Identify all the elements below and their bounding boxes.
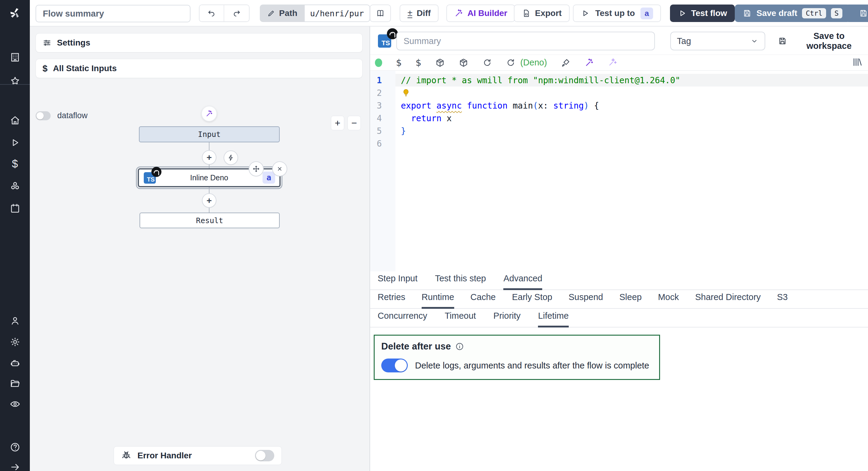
- tab-shared-directory[interactable]: Shared Directory: [695, 292, 761, 309]
- add-step-above-button[interactable]: +: [202, 150, 216, 165]
- sidebar-star-icon[interactable]: [0, 72, 30, 90]
- sidebar-dollar-icon[interactable]: $: [0, 155, 30, 173]
- refresh-icon[interactable]: [506, 58, 516, 67]
- sidebar-folder-icon[interactable]: [0, 375, 30, 392]
- all-static-inputs-button[interactable]: $ All Static Inputs: [36, 59, 363, 78]
- sidebar-home-icon[interactable]: [0, 111, 30, 129]
- save-to-workspace-label: Save to workspace: [792, 31, 866, 51]
- tab-test-this-step[interactable]: Test this step: [435, 273, 486, 290]
- tab-priority[interactable]: Priority: [493, 311, 521, 327]
- sidebar-building-icon[interactable]: [0, 48, 30, 66]
- code-line-1[interactable]: 1// import * as wmill from "npm:windmill…: [370, 74, 868, 87]
- step-summary-input[interactable]: [396, 32, 655, 50]
- code-line-content: [396, 137, 868, 150]
- sidebar-eye-icon[interactable]: [0, 395, 30, 413]
- ai-flow-wand-button[interactable]: [201, 106, 217, 121]
- undo-button[interactable]: [199, 5, 224, 22]
- refresh-icon[interactable]: [482, 58, 492, 67]
- zoom-in-button[interactable]: +: [331, 116, 344, 130]
- tab-lifetime[interactable]: Lifetime: [538, 311, 569, 327]
- tag-select-value: Tag: [677, 36, 691, 46]
- tab-runtime[interactable]: Runtime: [422, 292, 454, 309]
- tab-early-stop[interactable]: Early Stop: [512, 292, 553, 309]
- code-line-2[interactable]: 2: [370, 87, 868, 99]
- tab-advanced[interactable]: Advanced: [503, 273, 542, 290]
- delete-step-button[interactable]: [272, 161, 287, 176]
- dollar-icon[interactable]: $: [415, 57, 421, 68]
- step-id-badge: a: [641, 7, 653, 19]
- tab-s3[interactable]: S3: [777, 292, 787, 309]
- delete-after-use-toggle[interactable]: [381, 358, 408, 373]
- redo-button[interactable]: [224, 5, 249, 22]
- trigger-bolt-button[interactable]: [224, 150, 238, 165]
- docs-button[interactable]: [370, 4, 391, 22]
- delete-after-use-description: Delete logs, arguments and results after…: [415, 361, 649, 371]
- code-line-4[interactable]: 4 return x: [370, 112, 868, 124]
- export-button[interactable]: Export: [514, 4, 569, 22]
- info-icon[interactable]: [455, 342, 464, 351]
- sidebar-calendar-icon[interactable]: [0, 199, 30, 217]
- zoom-out-button[interactable]: −: [347, 116, 361, 130]
- flow-node-input[interactable]: Input: [139, 126, 280, 142]
- flow-node-input-label: Input: [198, 130, 221, 139]
- tab-concurrency[interactable]: Concurrency: [378, 311, 427, 327]
- library-panel-icon[interactable]: [852, 57, 863, 69]
- tab-suspend[interactable]: Suspend: [568, 292, 603, 309]
- tab-sleep[interactable]: Sleep: [619, 292, 642, 309]
- flow-settings-button[interactable]: Settings: [36, 33, 363, 53]
- play-icon: [581, 9, 590, 18]
- error-handler-toggle[interactable]: [255, 450, 274, 461]
- top-bar: Path u/henri/pur ± Diff AI Builder Expor…: [0, 0, 868, 27]
- code-line-6[interactable]: 6: [370, 137, 868, 150]
- tab-cache[interactable]: Cache: [470, 292, 496, 309]
- sidebar-gear-icon[interactable]: [0, 333, 30, 351]
- sidebar-robot-icon[interactable]: [0, 354, 30, 372]
- path-button[interactable]: Path: [260, 4, 305, 22]
- add-step-below-button[interactable]: +: [202, 193, 216, 208]
- lightbulb-icon[interactable]: [401, 88, 410, 97]
- move-step-button[interactable]: [249, 161, 264, 176]
- delete-after-use-panel: Delete after use Delete logs, arguments …: [374, 335, 660, 380]
- save-to-workspace-button[interactable]: Save to workspace: [776, 32, 868, 50]
- wand-icon[interactable]: [584, 58, 594, 67]
- deploy-button[interactable]: [845, 4, 868, 22]
- sidebar-help-icon[interactable]: [0, 438, 30, 456]
- code-line-5[interactable]: 5}: [370, 124, 868, 137]
- dataflow-toggle[interactable]: [36, 111, 51, 120]
- sparkle-wand-icon[interactable]: [608, 57, 618, 68]
- kbd-s: S: [831, 8, 842, 19]
- error-handler-row[interactable]: Error Handler: [114, 446, 282, 465]
- test-up-to-button[interactable]: Test up to a: [573, 4, 661, 22]
- code-line-content: // import * as wmill from "npm:windmill-…: [396, 74, 868, 87]
- sidebar-cubes-icon[interactable]: [0, 177, 30, 196]
- tab-timeout[interactable]: Timeout: [444, 311, 476, 327]
- sidebar-user-icon[interactable]: [0, 312, 30, 330]
- ai-builder-button[interactable]: AI Builder: [446, 4, 515, 22]
- code-editor[interactable]: 1// import * as wmill from "npm:windmill…: [370, 71, 868, 271]
- brush-icon[interactable]: [561, 58, 570, 67]
- tab-step-input[interactable]: Step Input: [378, 273, 417, 290]
- flow-panel: Settings $ All Static Inputs dataflow + …: [30, 27, 370, 471]
- sidebar-play-icon[interactable]: [0, 134, 30, 152]
- toggle-knob: [256, 451, 266, 461]
- path-button-label: Path: [279, 8, 298, 18]
- package-icon[interactable]: [435, 58, 445, 67]
- flow-node-result[interactable]: Result: [140, 213, 280, 228]
- dollar-icon[interactable]: $: [396, 57, 402, 68]
- error-handler-label: Error Handler: [137, 451, 249, 461]
- tab-mock[interactable]: Mock: [658, 292, 679, 309]
- test-flow-button[interactable]: Test flow: [670, 4, 735, 22]
- tag-select[interactable]: Tag: [670, 32, 765, 50]
- delete-after-use-title-row: Delete after use: [381, 341, 652, 352]
- package-icon[interactable]: [459, 58, 468, 67]
- path-value[interactable]: u/henri/pur: [305, 4, 370, 22]
- magic-wand-icon: [205, 110, 213, 118]
- code-line-3[interactable]: 3export async function main(x: string) {: [370, 99, 868, 112]
- flow-summary-input[interactable]: [36, 5, 190, 22]
- save-draft-button[interactable]: Save draft Ctrl S: [735, 4, 850, 22]
- windmill-logo[interactable]: [0, 0, 30, 27]
- deno-logo-icon: [150, 166, 162, 178]
- diff-button[interactable]: ± Diff: [400, 4, 438, 22]
- tab-retries[interactable]: Retries: [378, 292, 405, 309]
- sidebar-arrow-right-icon[interactable]: [0, 458, 30, 471]
